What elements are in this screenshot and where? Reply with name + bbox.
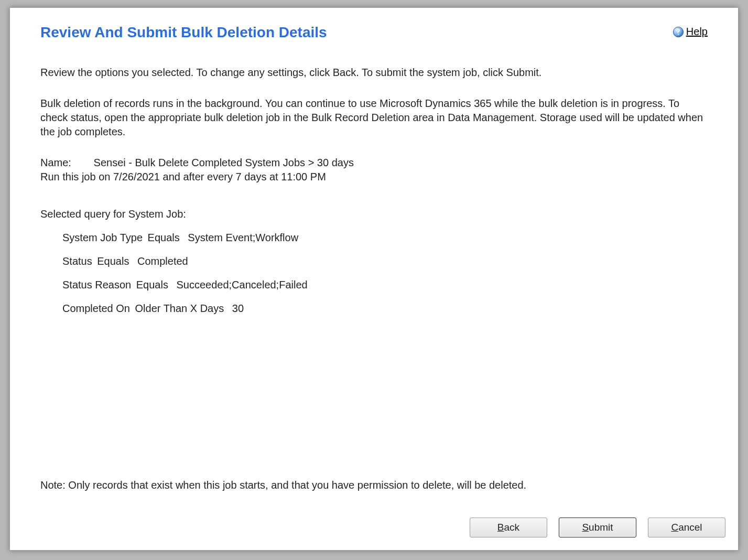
query-heading: Selected query for System Job: bbox=[40, 207, 708, 221]
query-operator: Older Than X Days bbox=[135, 301, 224, 316]
query-operator: Equals bbox=[97, 254, 129, 268]
query-field: Status Reason bbox=[62, 278, 131, 292]
query-row: System Job Type Equals System Event;Work… bbox=[62, 231, 708, 245]
query-field: System Job Type bbox=[62, 231, 143, 245]
help-link[interactable]: Help bbox=[673, 26, 708, 38]
query-value: Completed bbox=[137, 254, 188, 268]
query-value: 30 bbox=[232, 301, 244, 316]
bulk-deletion-wizard-dialog: Review And Submit Bulk Deletion Details … bbox=[9, 7, 739, 551]
query-criteria-list: System Job Type Equals System Event;Work… bbox=[40, 231, 708, 316]
query-field: Completed On bbox=[62, 301, 130, 316]
schedule-text: Run this job on 7/26/2021 and after ever… bbox=[40, 170, 708, 184]
footer-note: Note: Only records that exist when this … bbox=[40, 478, 708, 492]
intro-text-1: Review the options you selected. To chan… bbox=[40, 66, 708, 80]
help-icon bbox=[673, 26, 684, 38]
svg-point-1 bbox=[678, 34, 679, 35]
query-operator: Equals bbox=[136, 278, 168, 292]
query-field: Status bbox=[62, 254, 92, 268]
query-row: Status Reason Equals Succeeded;Canceled;… bbox=[62, 278, 708, 292]
back-button[interactable]: Back bbox=[470, 518, 547, 537]
submit-button[interactable]: Submit bbox=[559, 518, 636, 537]
dialog-body: Review the options you selected. To chan… bbox=[10, 41, 738, 508]
dialog-footer: Back Submit Cancel bbox=[10, 508, 738, 550]
page-title: Review And Submit Bulk Deletion Details bbox=[40, 24, 327, 41]
query-row: Completed On Older Than X Days 30 bbox=[62, 301, 708, 316]
job-name-value: Sensei - Bulk Delete Completed System Jo… bbox=[94, 157, 354, 168]
job-name-label: Name: bbox=[40, 156, 91, 170]
query-value: System Event;Workflow bbox=[188, 231, 298, 245]
query-operator: Equals bbox=[148, 231, 180, 245]
cancel-button[interactable]: Cancel bbox=[648, 518, 725, 537]
job-name-row: Name: Sensei - Bulk Delete Completed Sys… bbox=[40, 156, 708, 170]
help-link-label: Help bbox=[686, 26, 708, 38]
intro-text-2: Bulk deletion of records runs in the bac… bbox=[40, 96, 708, 139]
query-value: Succeeded;Canceled;Failed bbox=[176, 278, 307, 292]
query-row: Status Equals Completed bbox=[62, 254, 708, 268]
dialog-header: Review And Submit Bulk Deletion Details … bbox=[10, 8, 738, 41]
